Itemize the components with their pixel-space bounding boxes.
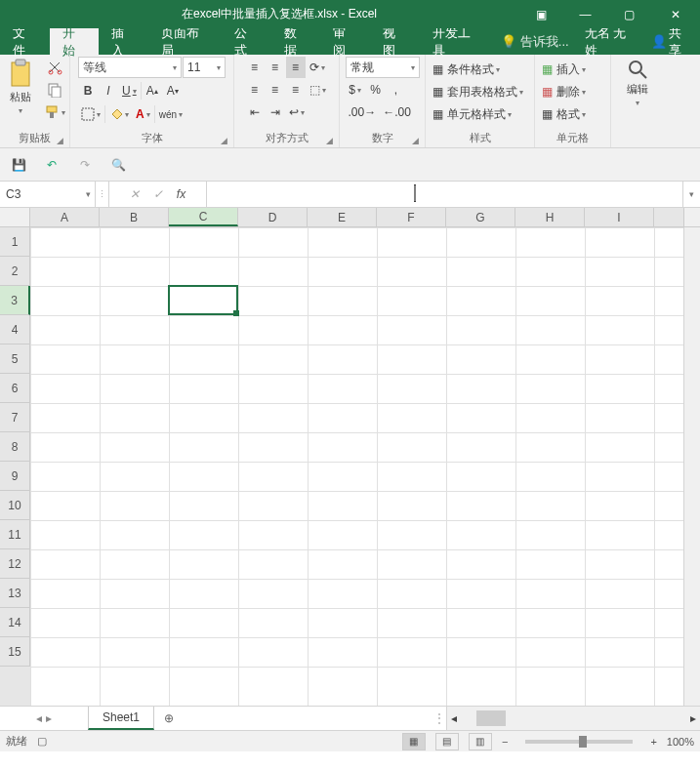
horizontal-scrollbar[interactable]: ◂▸ [446, 707, 700, 730]
sheet-nav[interactable]: ◂ ▸ [0, 707, 88, 730]
tab-file[interactable]: 文件 [0, 28, 50, 55]
col-header-D[interactable]: D [238, 208, 308, 226]
font-color-button[interactable]: A [133, 103, 153, 125]
underline-button[interactable]: U [119, 80, 140, 101]
row-header-7[interactable]: 7 [0, 403, 30, 432]
account-name[interactable]: 无名 无姓 [577, 28, 644, 55]
font-name-combo[interactable]: 等线▾ [78, 57, 182, 78]
page-break-view-button[interactable]: ▥ [469, 733, 492, 750]
undo-button[interactable]: ↶ [39, 152, 64, 178]
row-header-9[interactable]: 9 [0, 462, 30, 491]
decrease-indent-button[interactable]: ⇤ [245, 101, 265, 123]
tab-data[interactable]: 数据 [271, 28, 321, 55]
row-header-2[interactable]: 2 [0, 257, 30, 286]
new-sheet-button[interactable]: ⊕ [154, 707, 184, 730]
formula-input[interactable] [207, 182, 682, 207]
accounting-button[interactable]: $ [346, 79, 365, 101]
name-box-expand[interactable]: ⋮ [96, 182, 109, 207]
format-as-table-button[interactable]: ▦套用表格格式 [430, 81, 531, 102]
align-right-button[interactable]: ≡ [286, 79, 306, 101]
copy-button[interactable] [41, 79, 68, 101]
fill-color-button[interactable] [106, 103, 132, 125]
borders-button[interactable] [78, 103, 103, 125]
col-header-I[interactable]: I [585, 208, 654, 226]
row-header-5[interactable]: 5 [0, 344, 30, 374]
row-header-12[interactable]: 12 [0, 549, 30, 579]
zoom-in-button[interactable]: + [650, 736, 656, 748]
share-button[interactable]: 👤共享 [643, 28, 700, 55]
align-left-button[interactable]: ≡ [245, 79, 265, 101]
bold-button[interactable]: B [78, 80, 98, 101]
align-top-button[interactable]: ≡ [245, 57, 265, 78]
row-header-3[interactable]: 3 [0, 286, 30, 315]
tab-insert[interactable]: 插入 [99, 28, 148, 55]
paste-button[interactable]: 粘贴 ▾ [2, 57, 39, 121]
format-cells-button[interactable]: ▦格式 [539, 103, 607, 125]
close-button[interactable]: ✕ [651, 0, 700, 28]
macro-record-icon[interactable]: ▢ [37, 735, 47, 748]
increase-decimal-button[interactable]: .00→ [346, 101, 380, 123]
minimize-button[interactable]: — [563, 0, 607, 28]
tab-review[interactable]: 审阅 [320, 28, 370, 55]
col-header-A[interactable]: A [30, 208, 100, 226]
orientation-button[interactable]: ⟳ [307, 57, 328, 78]
phonetic-button[interactable]: wén [156, 103, 185, 125]
normal-view-button[interactable]: ▦ [402, 733, 426, 750]
percent-button[interactable]: % [366, 79, 386, 101]
tab-page-layout[interactable]: 页面布局 [148, 28, 222, 55]
col-header-G[interactable]: G [446, 208, 515, 226]
row-header-4[interactable]: 4 [0, 315, 30, 344]
row-header-14[interactable]: 14 [0, 608, 30, 637]
cells-grid[interactable] [30, 227, 683, 706]
row-header-1[interactable]: 1 [0, 227, 30, 257]
row-header-11[interactable]: 11 [0, 520, 30, 549]
row-header-6[interactable]: 6 [0, 374, 30, 403]
col-header-E[interactable]: E [308, 208, 377, 226]
increase-font-button[interactable]: A▴ [143, 80, 162, 101]
wrap-text-button[interactable]: ↩ [286, 101, 308, 123]
merge-button[interactable]: ⬚ [307, 79, 329, 101]
align-middle-button[interactable]: ≡ [266, 57, 285, 78]
alignment-launcher[interactable]: ◢ [326, 136, 333, 145]
decrease-font-button[interactable]: A▾ [163, 80, 183, 101]
align-bottom-button[interactable]: ≡ [286, 57, 306, 78]
tab-formulas[interactable]: 公式 [222, 28, 271, 55]
maximize-button[interactable]: ▢ [607, 0, 651, 28]
col-header-F[interactable]: F [377, 208, 446, 226]
row-header-10[interactable]: 10 [0, 491, 30, 520]
row-header-15[interactable]: 15 [0, 637, 30, 667]
redo-button[interactable]: ↷ [72, 152, 98, 178]
page-layout-view-button[interactable]: ▤ [435, 733, 459, 750]
insert-function-button[interactable]: fx [177, 187, 185, 201]
cut-button[interactable] [41, 57, 68, 78]
tab-developer[interactable]: 开发工具 [420, 28, 493, 55]
vertical-scrollbar[interactable] [683, 227, 700, 706]
font-launcher[interactable]: ◢ [221, 136, 227, 145]
selected-cell[interactable] [168, 285, 238, 315]
tell-me[interactable]: 💡告诉我... [493, 28, 577, 55]
format-painter-button[interactable] [41, 101, 68, 123]
confirm-edit-button[interactable]: ✓ [153, 187, 163, 201]
row-header-13[interactable]: 13 [0, 579, 30, 608]
zoom-out-button[interactable]: − [502, 736, 508, 748]
save-button[interactable]: 💾 [6, 152, 31, 178]
select-all-corner[interactable] [0, 208, 30, 226]
col-header-C[interactable]: C [169, 208, 238, 226]
tab-split[interactable]: ⋮ [432, 707, 446, 730]
increase-indent-button[interactable]: ⇥ [266, 101, 285, 123]
col-header-H[interactable]: H [515, 208, 585, 226]
print-preview-button[interactable]: 🔍 [105, 152, 131, 178]
row-header-8[interactable]: 8 [0, 432, 30, 462]
fill-handle[interactable] [233, 310, 239, 316]
number-format-combo[interactable]: 常规▾ [346, 57, 420, 78]
sheet-tab-1[interactable]: Sheet1 [88, 707, 154, 730]
cell-styles-button[interactable]: ▦单元格样式 [430, 103, 531, 125]
cancel-edit-button[interactable]: ✕ [130, 187, 140, 201]
find-select-button[interactable]: 编辑 ▾ [615, 57, 660, 121]
clipboard-launcher[interactable]: ◢ [57, 136, 63, 145]
tab-view[interactable]: 视图 [370, 28, 420, 55]
insert-cells-button[interactable]: ▦插入 [539, 59, 607, 80]
zoom-slider[interactable] [525, 740, 633, 744]
col-header-B[interactable]: B [100, 208, 169, 226]
zoom-level[interactable]: 100% [667, 736, 694, 748]
